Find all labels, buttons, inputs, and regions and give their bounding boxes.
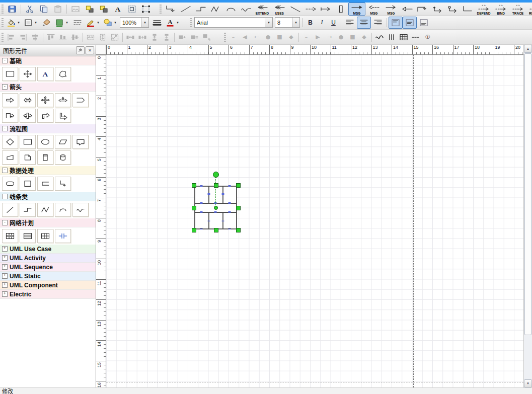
shape-step-line[interactable] xyxy=(20,203,36,217)
font-color-button[interactable]: A▾ xyxy=(164,17,181,29)
group-button[interactable] xyxy=(125,3,139,15)
close-icon[interactable]: ✕ xyxy=(86,46,94,54)
palette-section-UML Component[interactable]: +UML Component xyxy=(0,281,96,290)
border-style-button-dropdown[interactable]: ▾ xyxy=(33,21,38,25)
palette-section-UML Static[interactable]: +UML Static xyxy=(0,272,96,281)
collapse-icon[interactable]: - xyxy=(2,220,8,225)
text-align-right-button[interactable] xyxy=(371,17,385,29)
arc-tool[interactable] xyxy=(223,3,239,15)
shape-arrow-right[interactable] xyxy=(2,93,18,107)
number-label-button[interactable]: ① xyxy=(422,31,433,43)
scrollbar-thumb[interactable] xyxy=(524,53,531,335)
line-weight-button[interactable] xyxy=(150,17,164,29)
send-backward-button[interactable] xyxy=(97,3,111,15)
fill-color-button-dropdown[interactable]: ▾ xyxy=(16,21,21,25)
toolbar-grip[interactable] xyxy=(160,5,162,14)
shape-arrow-double-horizontal[interactable] xyxy=(20,93,36,107)
extend-relation-tool[interactable]: EXTEND xyxy=(254,3,271,16)
collapse-icon[interactable]: - xyxy=(2,126,8,131)
shape-elbow-arrow[interactable] xyxy=(55,177,71,191)
elbow-line-tool[interactable] xyxy=(460,3,475,15)
save-button[interactable] xyxy=(5,3,19,15)
vertical-align-bottom-button[interactable] xyxy=(417,17,431,29)
dashed-line-button[interactable] xyxy=(410,31,422,43)
vertical-scrollbar[interactable]: ▲ ▼ xyxy=(523,45,532,387)
bold-button[interactable]: B xyxy=(305,17,316,28)
bring-forward-button[interactable] xyxy=(83,3,97,15)
scroll-up-button[interactable]: ▲ xyxy=(524,45,532,53)
palette-section-UML Use Case[interactable]: +UML Use Case xyxy=(0,245,96,254)
resize-handle-e[interactable] xyxy=(236,206,241,210)
trace-relation-tool[interactable]: « »TRACE xyxy=(509,3,526,16)
shape-chevron-banner[interactable] xyxy=(72,93,89,107)
fill-swatch-button-dropdown[interactable]: ▾ xyxy=(64,21,69,25)
text-align-left-button[interactable] xyxy=(343,17,357,29)
expand-icon[interactable]: + xyxy=(2,255,8,261)
text-tool-button[interactable]: A xyxy=(111,3,125,15)
shape-document[interactable] xyxy=(20,150,36,165)
font-color-button-dropdown[interactable]: ▾ xyxy=(175,21,180,25)
ungroup-button[interactable] xyxy=(139,3,153,15)
elbow-circle-tool[interactable] xyxy=(445,3,460,15)
depend-relation-tool[interactable]: « »DEPEND xyxy=(475,3,492,16)
collapse-icon[interactable]: - xyxy=(2,168,8,173)
shape-terminator[interactable] xyxy=(2,177,18,191)
shape-table-grid[interactable] xyxy=(37,229,53,243)
format-painter-button[interactable] xyxy=(39,17,53,29)
expand-icon[interactable]: + xyxy=(2,273,8,279)
dashed-arrow-tool[interactable] xyxy=(303,3,318,15)
arrow-line-tool[interactable] xyxy=(318,3,333,15)
shape-cylinder[interactable] xyxy=(55,150,71,165)
step-line-tool[interactable] xyxy=(193,3,208,15)
shape-manual-operation[interactable] xyxy=(2,150,18,165)
font-family-select[interactable]: Arial▾ xyxy=(194,17,273,28)
toolbar-grip[interactable] xyxy=(224,33,226,42)
shape-predefined-process[interactable] xyxy=(37,150,53,165)
shape-color-button[interactable]: ▾ xyxy=(102,17,119,29)
shape-zigzag-line[interactable] xyxy=(37,203,53,217)
shape-rect-with-arrow[interactable] xyxy=(2,109,18,123)
message-dashed-tool[interactable]: MSG xyxy=(365,3,383,16)
generalization-tool[interactable] xyxy=(400,3,415,15)
line-style-button[interactable] xyxy=(70,17,85,29)
shape-polygon[interactable] xyxy=(55,67,71,81)
selected-table-shape[interactable] xyxy=(194,186,237,229)
underline-button[interactable]: U xyxy=(328,17,339,28)
elbow-connector-tool[interactable] xyxy=(163,3,178,15)
shape-arrow-quad[interactable] xyxy=(37,93,53,107)
curve-tool[interactable] xyxy=(239,3,254,15)
elbow-diamond-tool[interactable] xyxy=(430,3,445,15)
message-open-tool[interactable]: MSG xyxy=(383,3,400,16)
shape-connector-points[interactable] xyxy=(20,67,36,81)
italic-button[interactable]: I xyxy=(316,17,328,28)
vertical-align-top-button[interactable] xyxy=(389,17,403,29)
center-handle[interactable] xyxy=(214,206,218,210)
line-tool[interactable] xyxy=(178,3,193,15)
shape-table-rows[interactable] xyxy=(20,229,36,243)
palette-section-流程图[interactable]: -流程图 xyxy=(0,124,96,133)
insert-table-button[interactable] xyxy=(398,31,410,43)
shape-ellipse[interactable] xyxy=(37,135,53,149)
toolbar-grip[interactable] xyxy=(2,18,4,27)
palette-section-基础[interactable]: -基础 xyxy=(0,56,96,65)
border-style-button[interactable]: ▾ xyxy=(22,17,39,29)
line-color-button-dropdown[interactable]: ▾ xyxy=(96,21,101,25)
shape-process[interactable] xyxy=(20,135,36,149)
collapse-icon[interactable]: - xyxy=(2,84,8,90)
toolbar-grip[interactable] xyxy=(2,33,4,42)
resize-handle-n[interactable] xyxy=(214,183,218,188)
drawing-canvas[interactable] xyxy=(106,55,523,387)
shape-square[interactable] xyxy=(20,177,36,191)
refine-relation-tool[interactable]: « »REFINE xyxy=(526,3,532,16)
shape-decision[interactable] xyxy=(2,135,18,149)
palette-section-数据处理[interactable]: -数据处理 xyxy=(0,166,96,175)
elbow-arrow-tool[interactable] xyxy=(415,3,430,15)
curve-smooth-button[interactable] xyxy=(373,31,386,43)
rotation-handle[interactable] xyxy=(213,172,219,178)
shape-color-button-dropdown[interactable]: ▾ xyxy=(113,21,118,25)
shape-display[interactable] xyxy=(72,135,89,149)
palette-section-UML Sequence[interactable]: +UML Sequence xyxy=(0,263,96,272)
resize-handle-se[interactable] xyxy=(236,228,241,232)
copy-button[interactable] xyxy=(37,3,51,15)
parallel-lines-button[interactable] xyxy=(386,31,398,43)
